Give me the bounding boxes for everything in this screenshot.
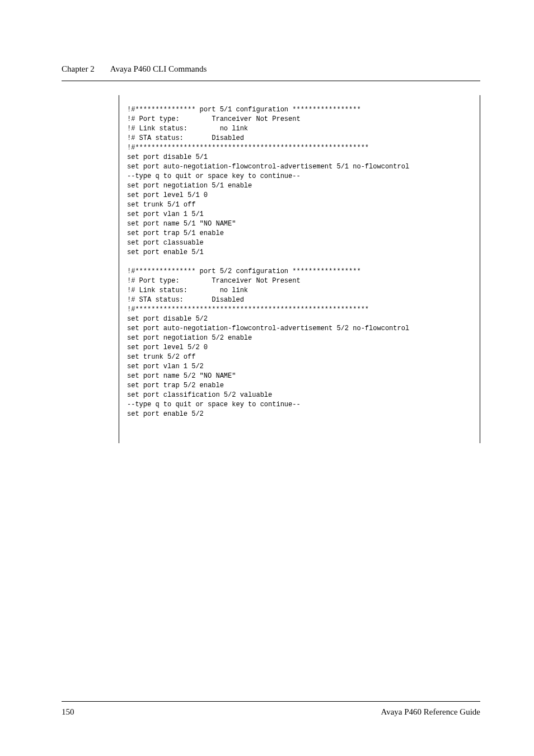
page-footer: 150 Avaya P460 Reference Guide [62,701,480,717]
chapter-label: Chapter 2 [62,64,95,74]
page-header: Chapter 2 Avaya P460 CLI Commands [62,64,480,74]
page: Chapter 2 Avaya P460 CLI Commands !#****… [0,0,534,756]
page-number: 150 [62,707,74,717]
terminal-output: !#*************** port 5/1 configuration… [127,105,472,419]
footer-title: Avaya P460 Reference Guide [381,707,480,717]
chapter-title: Avaya P460 CLI Commands [110,64,207,74]
terminal-output-block: !#*************** port 5/1 configuration… [119,95,480,443]
header-rule [62,81,480,81]
